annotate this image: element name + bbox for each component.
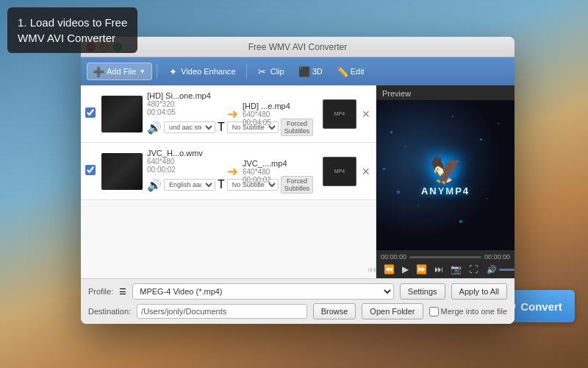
file-close-btn-1[interactable]: ✕ — [361, 108, 371, 120]
audio-icon-1: 🔊 — [147, 121, 162, 135]
step-back-button[interactable]: ⏪ — [382, 263, 396, 275]
profile-select[interactable]: MPEG-4 Video (*.mp4) — [132, 283, 394, 300]
time-end: 00:00:00 — [484, 253, 510, 261]
file-close-btn-2[interactable]: ✕ — [361, 166, 371, 177]
file-output-dur-2: 00:00:02 — [243, 176, 318, 184]
edit-label: Edit — [351, 67, 365, 76]
profile-icon: ☰ — [119, 287, 126, 297]
file-thumbnail-1 — [101, 96, 143, 132]
skip-to-start-button[interactable]: ⏮ — [366, 263, 378, 275]
preview-panel: Preview 🦅 ANYMP4 — [376, 85, 514, 278]
file-source-name-1: [HD] Si...one.mp4 — [147, 91, 223, 100]
file-output-info-2: JVC_....mp4 640*480 00:00:02 — [243, 159, 318, 184]
file-output-dur-1: 00:04:05 — [243, 118, 318, 127]
audio-select-1[interactable]: und aac ste — [164, 121, 215, 133]
tooltip-overlay: 1. Load videos to Free WMV AVI Converter — [7, 7, 137, 53]
browse-button[interactable]: Browse — [313, 303, 356, 319]
preview-video: 🦅 ANYMP4 — [376, 101, 514, 250]
anymp4-bird-icon: 🦅 — [421, 155, 470, 185]
title-bar: Free WMV AVI Converter — [81, 37, 514, 57]
file-checkbox-2[interactable] — [85, 165, 97, 178]
three-d-button[interactable]: ⬛ 3D — [293, 63, 329, 79]
profile-label: Profile: — [88, 287, 113, 296]
play-button[interactable]: ▶ — [401, 263, 410, 275]
output-format-label-1: MP4 — [334, 111, 345, 116]
file-source-res-2: 640*480 — [147, 158, 223, 166]
file-source-name-2: JVC_H...o.wmv — [147, 149, 223, 158]
volume-area: 🔊 — [487, 265, 515, 275]
app-window: Free WMV AVI Converter ➕ Add File ▼ ✦ Vi… — [81, 37, 514, 324]
file-list: [HD] Si...one.mp4 480*320 00:04:05 🔊 und… — [81, 85, 376, 278]
audio-icon-2: 🔊 — [147, 178, 162, 192]
video-enhance-label: Video Enhance — [181, 67, 235, 76]
volume-fill — [499, 269, 515, 271]
file-output-name-1: [HD] ...e.mp4 — [243, 102, 318, 110]
output-thumbnail-1: MP4 — [323, 99, 356, 129]
step-forward-button[interactable]: ⏩ — [415, 263, 429, 275]
window-title: Free WMV AVI Converter — [248, 42, 347, 52]
video-enhance-icon: ✦ — [168, 66, 178, 77]
add-file-button[interactable]: ➕ Add File ▼ — [87, 63, 152, 80]
skip-to-end-button[interactable]: ⏭ — [433, 263, 445, 275]
destination-label: Destination: — [88, 307, 131, 316]
convert-arrow-2: ➜ — [227, 163, 238, 180]
list-item: [HD] Si...one.mp4 480*320 00:04:05 🔊 und… — [81, 85, 376, 143]
tooltip-line1: 1. Load videos to Free — [18, 16, 127, 29]
volume-icon: 🔊 — [487, 265, 497, 275]
convert-label: Convert — [520, 300, 562, 313]
clip-button[interactable]: ✂ Clip — [251, 63, 290, 79]
merge-checkbox[interactable] — [429, 307, 439, 316]
add-file-dropdown-arrow[interactable]: ▼ — [139, 68, 146, 75]
edit-button[interactable]: ✏️ Edit — [331, 63, 370, 79]
file-source-dur-2: 00:00:02 — [147, 166, 223, 174]
progress-track[interactable] — [409, 256, 481, 258]
file-checkbox-1[interactable] — [85, 107, 97, 121]
file-output-res-2: 640*480 — [243, 168, 318, 176]
volume-track[interactable] — [499, 269, 515, 271]
video-enhance-button[interactable]: ✦ Video Enhance — [162, 63, 241, 79]
output-format-label-2: MP4 — [334, 169, 345, 174]
toolbar: ➕ Add File ▼ ✦ Video Enhance ✂ Clip ⬛ 3D… — [81, 57, 514, 85]
settings-button[interactable]: Settings — [400, 283, 445, 300]
open-folder-button[interactable]: Open Folder — [362, 303, 423, 319]
three-d-icon: ⬛ — [299, 66, 309, 77]
anymp4-logo-text: ANYMP4 — [421, 185, 470, 197]
clip-icon: ✂ — [257, 66, 268, 77]
merge-label[interactable]: Merge into one file — [429, 307, 508, 316]
clip-label: Clip — [270, 67, 284, 76]
subtitle-icon-2: T — [218, 178, 225, 191]
file-output-res-1: 640*480 — [243, 110, 318, 118]
subtitle-icon-1: T — [218, 121, 225, 134]
tooltip-line2: WMV AVI Converter — [18, 32, 115, 44]
output-thumbnail-2: MP4 — [323, 157, 356, 186]
main-content: [HD] Si...one.mp4 480*320 00:04:05 🔊 und… — [81, 85, 514, 278]
file-source-info-2: JVC_H...o.wmv 640*480 00:00:02 🔊 English… — [147, 149, 223, 194]
file-output-name-2: JVC_....mp4 — [243, 159, 318, 168]
file-source-dur-1: 00:04:05 — [147, 108, 223, 116]
video-controls: 00:00:00 00:00:00 ⏮ ⏪ ▶ ⏩ ⏭ 📷 ⛶ 🔊 — [376, 250, 514, 278]
profile-row: Profile: ☰ MPEG-4 Video (*.mp4) Settings… — [88, 283, 507, 300]
audio-select-2[interactable]: English aac — [164, 179, 215, 191]
destination-row: Destination: Browse Open Folder Merge in… — [88, 303, 507, 319]
file-output-info-1: [HD] ...e.mp4 640*480 00:04:05 — [243, 102, 318, 127]
file-options-2: 🔊 English aac T No Subtitle Forced Subti… — [147, 176, 223, 194]
apply-all-button[interactable]: Apply to All — [451, 283, 507, 300]
toolbar-divider-1 — [157, 64, 157, 79]
merge-label-text: Merge into one file — [441, 307, 508, 316]
control-buttons-row: ⏮ ⏪ ▶ ⏩ ⏭ 📷 ⛶ 🔊 — [381, 263, 510, 275]
convert-arrow-1: ➜ — [227, 106, 238, 122]
time-start: 00:00:00 — [381, 253, 406, 261]
fullscreen-button[interactable]: ⛶ — [467, 263, 479, 275]
file-source-info-1: [HD] Si...one.mp4 480*320 00:04:05 🔊 und… — [147, 91, 223, 136]
preview-label: Preview — [376, 85, 514, 101]
toolbar-divider-2 — [246, 64, 247, 79]
list-item: JVC_H...o.wmv 640*480 00:00:02 🔊 English… — [81, 143, 376, 200]
destination-input[interactable] — [137, 304, 307, 319]
three-d-label: 3D — [312, 67, 323, 76]
add-file-label: Add File — [107, 67, 136, 76]
edit-icon: ✏️ — [337, 66, 348, 77]
bottom-bar: Profile: ☰ MPEG-4 Video (*.mp4) Settings… — [81, 278, 514, 324]
checkbox-input-1[interactable] — [85, 107, 96, 118]
screenshot-button[interactable]: 📷 — [449, 263, 463, 275]
checkbox-input-2[interactable] — [85, 165, 96, 175]
